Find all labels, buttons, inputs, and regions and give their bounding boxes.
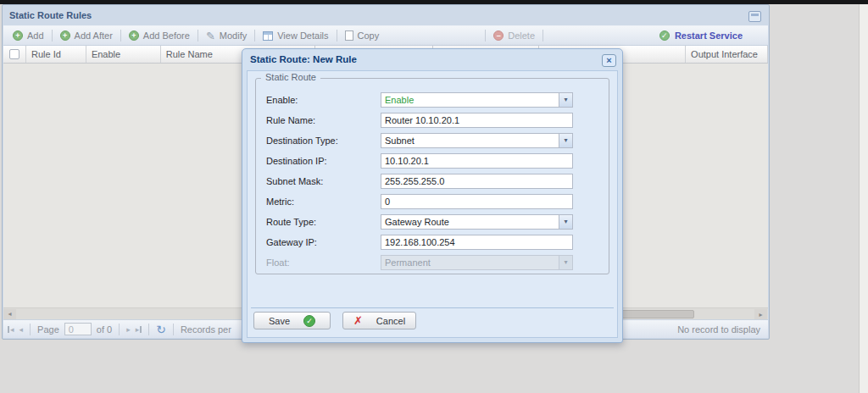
add-after-button[interactable]: + Add After: [54, 29, 119, 42]
cancel-x-icon: ✗: [353, 314, 363, 327]
restart-service-label: Restart Service: [675, 30, 743, 41]
chevron-down-icon[interactable]: ▾: [559, 93, 572, 107]
field-row-enable: Enable: Enable ▾: [248, 92, 617, 108]
save-label: Save: [269, 316, 290, 326]
destination-type-select[interactable]: Subnet ▾: [381, 133, 573, 148]
restart-service-button[interactable]: ✓ Restart Service: [659, 30, 743, 41]
field-row-route-type: Route Type: Gateway Route ▾: [248, 214, 617, 230]
toolbar-separator: [198, 30, 198, 42]
chevron-down-icon[interactable]: ▾: [559, 215, 572, 229]
column-header-enable[interactable]: Enable: [86, 46, 161, 63]
page-label: Page: [37, 324, 59, 335]
add-icon: +: [13, 30, 23, 41]
scroll-left-icon[interactable]: ◂: [3, 309, 16, 319]
view-details-label: View Details: [277, 30, 328, 41]
float-select: Permanent ▾: [381, 255, 573, 270]
records-per-page-label: Records per: [181, 324, 231, 335]
field-row-rule-name: Rule Name: Router 10.10.20.1: [248, 113, 617, 128]
add-label: Add: [27, 30, 44, 41]
add-before-label: Add Before: [143, 30, 190, 41]
subnet-mask-field-label: Subnet Mask:: [266, 176, 323, 186]
modify-label: Modify: [220, 30, 247, 41]
gateway-ip-field-label: Gateway IP:: [266, 237, 317, 247]
add-before-button[interactable]: + Add Before: [123, 29, 196, 42]
metric-input[interactable]: 0: [381, 194, 573, 209]
dialog-body: Static Route Enable: Enable ▾ Rule Name:…: [247, 70, 618, 338]
field-row-metric: Metric: 0: [248, 194, 617, 209]
field-row-gateway-ip: Gateway IP: 192.168.100.254: [248, 235, 617, 250]
enable-select[interactable]: Enable ▾: [381, 92, 573, 108]
page-right-gutter: [859, 4, 868, 393]
save-button[interactable]: Save ✓: [253, 312, 331, 329]
close-icon[interactable]: ×: [602, 54, 616, 67]
refresh-icon[interactable]: ↻: [156, 324, 166, 335]
delete-label: Delete: [508, 30, 535, 41]
select-all-cell[interactable]: [3, 46, 26, 63]
enable-select-value: Enable: [385, 95, 414, 105]
toolbar-separator: [542, 30, 543, 42]
rule-name-field-label: Rule Name:: [266, 115, 315, 125]
destination-ip-field-label: Destination IP:: [266, 156, 327, 166]
empty-grid-status: No record to display: [677, 324, 764, 335]
scrollbar-thumb[interactable]: [618, 310, 694, 318]
scroll-right-icon[interactable]: ▸: [754, 309, 767, 319]
cancel-label: Cancel: [376, 316, 405, 326]
restart-service-icon: ✓: [659, 30, 670, 41]
add-after-icon: +: [60, 30, 70, 41]
gateway-ip-input[interactable]: 192.168.100.254: [381, 235, 573, 250]
float-select-value: Permanent: [385, 257, 431, 268]
route-type-field-label: Route Type:: [266, 217, 316, 227]
subnet-mask-input[interactable]: 255.255.255.0: [381, 174, 573, 189]
toolbar-separator: [254, 30, 255, 42]
destination-type-field-label: Destination Type:: [266, 136, 338, 146]
footer-separator: [251, 307, 614, 308]
first-page-icon[interactable]: ◂: [8, 325, 14, 334]
add-after-label: Add After: [75, 30, 113, 41]
paging-separator: [148, 324, 149, 335]
toolbar-separator: [337, 30, 337, 42]
copy-button[interactable]: Copy: [339, 29, 386, 42]
field-row-destination-ip: Destination IP: 10.10.20.1: [248, 153, 617, 169]
add-before-icon: +: [129, 30, 139, 41]
static-route-new-rule-dialog: Static Route: New Rule × Static Route En…: [242, 48, 623, 343]
view-details-button[interactable]: View Details: [257, 29, 334, 42]
chevron-down-icon[interactable]: ▾: [559, 134, 572, 147]
field-row-destination-type: Destination Type: Subnet ▾: [248, 133, 617, 148]
add-button[interactable]: + Add: [7, 29, 50, 42]
toolbar-separator: [120, 30, 121, 42]
select-all-checkbox[interactable]: [9, 49, 19, 59]
copy-label: Copy: [358, 30, 380, 41]
route-type-select[interactable]: Gateway Route ▾: [381, 214, 573, 230]
chevron-down-icon: ▾: [559, 256, 572, 269]
column-header-output-interface[interactable]: Output Interface: [686, 46, 768, 63]
float-field-label: Float:: [266, 257, 290, 268]
modify-button[interactable]: ✎ Modify: [200, 28, 253, 44]
paging-separator: [173, 324, 174, 335]
last-page-icon[interactable]: ▸: [136, 325, 142, 334]
page-number-input[interactable]: 0: [64, 323, 92, 335]
previous-page-icon[interactable]: ◂: [19, 325, 24, 334]
toolbar-separator: [52, 30, 53, 42]
delete-icon: –: [493, 30, 504, 41]
grid-toolbar: + Add + Add After + Add Before ✎ Modify …: [3, 25, 768, 46]
field-row-subnet-mask: Subnet Mask: 255.255.255.0: [248, 174, 617, 189]
destination-ip-input[interactable]: 10.10.20.1: [381, 153, 573, 169]
route-type-select-value: Gateway Route: [385, 217, 449, 227]
table-icon: [263, 31, 273, 41]
destination-type-select-value: Subnet: [385, 136, 415, 146]
collapse-panel-icon[interactable]: [748, 11, 761, 22]
cancel-button[interactable]: ✗ Cancel: [342, 312, 416, 329]
paging-separator: [30, 324, 31, 335]
panel-title: Static Route Rules: [3, 5, 769, 25]
save-check-icon: ✓: [303, 315, 315, 327]
next-page-icon[interactable]: ▸: [126, 325, 131, 334]
field-row-float: Float: Permanent ▾: [248, 255, 617, 270]
column-header-rule-id[interactable]: Rule Id: [26, 46, 86, 63]
delete-button[interactable]: – Delete: [487, 29, 541, 42]
copy-icon: [345, 30, 353, 41]
rule-name-input[interactable]: Router 10.10.20.1: [381, 113, 573, 128]
pencil-icon: ✎: [206, 30, 215, 42]
toolbar-separator: [485, 30, 486, 42]
enable-field-label: Enable:: [266, 95, 298, 105]
paging-separator: [119, 324, 120, 335]
